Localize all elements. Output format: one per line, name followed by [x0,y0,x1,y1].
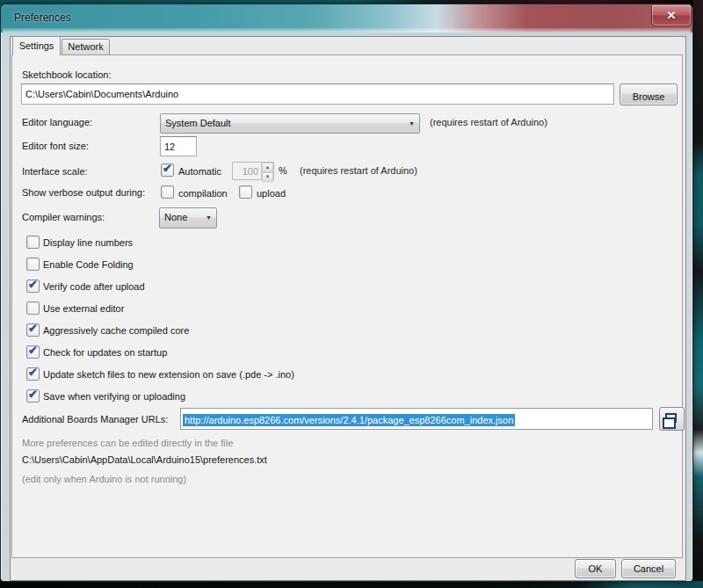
language-restart-note: (requires restart of Arduino) [430,117,547,127]
checkbox-label: Update sketch files to new extension on … [43,369,294,380]
chevron-down-icon: ▼ [206,214,212,221]
ok-button[interactable]: OK [575,559,616,578]
boards-manager-urls-input[interactable]: http://arduino.esp8266.com/versions/2.4.… [180,408,653,430]
compiler-warnings-label: Compiler warnings: [22,212,105,222]
titlebar[interactable]: Preferences ✕ [1,4,692,33]
percent-sign: % [279,165,287,176]
checkbox-update-sketch-files[interactable]: ✔ [26,367,40,381]
checkmark-icon: ✔ [28,388,38,401]
editor-font-size-input[interactable] [160,136,197,156]
checkbox-verify-code-after-upload[interactable]: ✔ [26,279,40,293]
checkmark-icon: ✔ [163,162,172,175]
compiler-warnings-value: None [164,212,187,222]
checkbox-save-when-verifying[interactable]: ✔ [26,389,40,403]
checkbox-use-external-editor[interactable]: ✔ [26,301,40,315]
close-button[interactable]: ✕ [651,5,692,26]
checkbox-label: Verify code after upload [43,281,145,292]
more-preferences-note: More preferences can be edited directly … [22,438,233,448]
tab-network[interactable]: Network [62,39,110,55]
checkbox-enable-code-folding[interactable]: ✔ [26,258,40,271]
editor-language-value: System Default [165,118,231,128]
chevron-down-icon: ▼ [409,120,415,127]
automatic-scale-checkbox-label: Automatic [178,166,221,177]
selected-url-text: http://arduino.esp8266.com/versions/2.4.… [183,414,515,426]
screen: Preferences ✕ Settings Network Sketchboo… [0,0,703,588]
checkbox-display-line-numbers[interactable]: ✔ [26,236,40,249]
checkbox-label: Use external editor [43,303,124,314]
checkbox-label: Save when verifying or uploading [43,391,185,402]
open-urls-editor-button[interactable] [659,407,685,431]
scale-percent-spinner[interactable]: 100 ▲ ▼ [232,162,274,180]
editor-language-label: Editor language: [22,117,92,127]
verbose-compilation-label: compilation [178,188,228,199]
checkmark-icon: ✔ [28,322,38,335]
edit-only-note: (edit only when Arduino is not running) [22,474,186,484]
close-icon: ✕ [667,9,677,22]
cancel-button[interactable]: Cancel [621,559,676,578]
tab-settings[interactable]: Settings [12,36,61,55]
sketchbook-location-label: Sketchbook location: [22,69,112,80]
checkmark-icon: ✔ [28,278,38,291]
scale-percent-value: 100 [233,163,261,179]
editor-font-size-label: Editor font size: [22,141,89,151]
checkbox-label: Check for updates on startup [43,347,167,358]
automatic-scale-checkbox[interactable]: ✔ [161,163,174,177]
scale-restart-note: (requires restart of Arduino) [300,165,417,176]
boards-manager-urls-label: Additional Boards Manager URLs: [22,414,168,425]
editor-language-dropdown[interactable]: System Default ▼ [160,113,420,134]
interface-scale-label: Interface scale: [22,166,88,177]
checkbox-aggressively-cache[interactable]: ✔ [26,323,40,337]
overlapping-windows-icon [665,413,677,423]
checkmark-icon: ✔ [28,366,38,379]
window-title: Preferences [14,11,71,24]
verbose-upload-label: upload [257,188,286,199]
verbose-output-label: Show verbose output during: [22,187,145,198]
sketchbook-location-input[interactable] [21,83,614,105]
checkbox-label: Enable Code Folding [43,259,134,270]
verbose-compilation-checkbox[interactable]: ✔ [161,185,174,199]
compiler-warnings-dropdown[interactable]: None ▼ [159,207,217,229]
background-bottom-strip [0,581,703,588]
checkbox-label: Aggressively cache compiled core [43,325,189,336]
checkbox-label: Display line numbers [43,237,133,248]
checkbox-check-for-updates[interactable]: ✔ [26,345,40,359]
browse-button[interactable]: Browse [620,83,678,105]
checkmark-icon: ✔ [28,344,38,357]
background-right-strip [693,0,703,588]
verbose-upload-checkbox[interactable]: ✔ [239,185,252,199]
spinner-down-icon[interactable]: ▼ [262,172,273,182]
preferences-file-path: C:\Users\Cabin\AppData\Local\Arduino15\p… [22,454,267,465]
spinner-up-icon[interactable]: ▲ [262,163,273,172]
